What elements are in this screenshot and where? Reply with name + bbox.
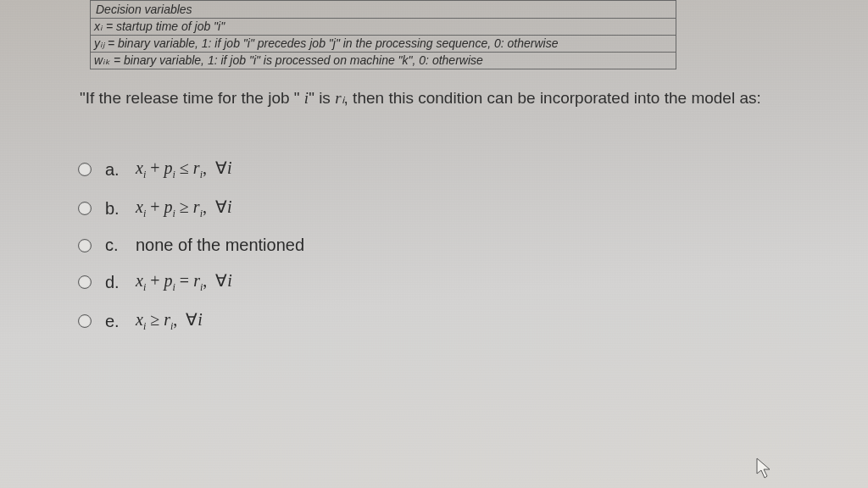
question-part: , then this condition can be incorporate… (344, 89, 761, 107)
radio-icon[interactable] (78, 163, 92, 176)
option-text: xi + pi = ri, ∀i (136, 270, 232, 294)
option-d[interactable]: d. xi + pi = ri, ∀i (78, 270, 836, 294)
options-list: a. xi + pi ≤ ri, ∀i b. xi + pi ≥ ri, ∀i … (73, 158, 836, 333)
option-text: xi + pi ≥ ri, ∀i (136, 197, 232, 220)
question-part: " is (309, 89, 335, 107)
option-text: xi + pi ≤ ri, ∀i (136, 158, 232, 181)
option-b[interactable]: b. xi + pi ≥ ri, ∀i (78, 197, 836, 220)
box-row: wᵢₖ = binary variable, 1: if job "i" is … (91, 53, 676, 69)
option-c[interactable]: c. none of the mentioned (78, 236, 836, 255)
radio-icon[interactable] (78, 239, 92, 252)
option-text: none of the mentioned (136, 236, 304, 255)
decision-variables-box: Decision variables xᵢ = startup time of … (90, 0, 676, 69)
radio-icon[interactable] (78, 314, 92, 328)
option-letter: e. (105, 312, 122, 331)
box-header: Decision variables (91, 1, 676, 19)
option-letter: c. (105, 236, 122, 255)
box-row: xᵢ = startup time of job "i" (91, 19, 676, 36)
question-text: "If the release time for the job " i" is… (73, 86, 836, 110)
option-letter: a. (105, 160, 122, 180)
option-text: xi ≥ ri, ∀i (136, 309, 203, 333)
cursor-icon (756, 458, 773, 480)
radio-icon[interactable] (78, 275, 92, 289)
question-part: "If the release time for the job " (80, 89, 304, 107)
radio-icon[interactable] (78, 202, 92, 215)
option-a[interactable]: a. xi + pi ≤ ri, ∀i (78, 158, 836, 181)
option-letter: b. (105, 199, 122, 219)
question-rvar: rᵢ (335, 89, 343, 107)
option-letter: d. (105, 273, 122, 292)
option-e[interactable]: e. xi ≥ ri, ∀i (78, 309, 836, 333)
box-row: yᵢⱼ = binary variable, 1: if job "i" pre… (91, 36, 676, 53)
